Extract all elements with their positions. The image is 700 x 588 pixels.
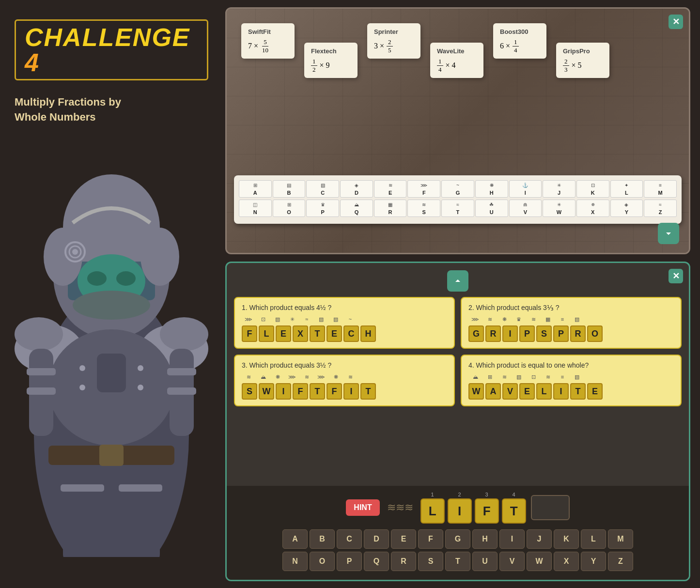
key-a[interactable]: A <box>282 529 308 549</box>
svg-point-9 <box>140 228 179 286</box>
sym-f[interactable]: ⋙F <box>407 180 440 198</box>
product-card-boost300: Boost300 6 × 14 <box>493 23 546 59</box>
key-c[interactable]: C <box>337 529 362 549</box>
product-card-gripspro: GripsPro 23 × 5 <box>556 43 609 78</box>
scroll-up-button[interactable] <box>447 270 468 292</box>
svg-rect-34 <box>61 484 104 492</box>
sym-i[interactable]: ⚓I <box>509 180 542 198</box>
sym-n[interactable]: ◫N <box>239 200 272 217</box>
sym-x[interactable]: ✵X <box>576 200 609 217</box>
sym-s[interactable]: ≋S <box>407 200 440 217</box>
key-j[interactable]: J <box>527 529 552 549</box>
sym-a[interactable]: ⊞A <box>239 180 272 198</box>
word-letter-3: 3 F <box>475 492 499 524</box>
key-v[interactable]: V <box>499 552 525 571</box>
hint-button[interactable]: HINT <box>346 499 379 516</box>
question-4-answer: WAVELITE <box>468 383 674 400</box>
svg-point-23 <box>138 385 143 390</box>
sym-k[interactable]: ⊡K <box>576 180 609 198</box>
sym-u[interactable]: ☘U <box>475 200 508 217</box>
question-2-text: 2. Which product equals 3⅓ ? <box>468 304 674 311</box>
svg-rect-31 <box>99 445 124 466</box>
svg-rect-26 <box>27 368 56 375</box>
key-n[interactable]: N <box>282 552 308 571</box>
sym-e[interactable]: ≋E <box>374 180 407 198</box>
question-1-symbols: ⋙⊡▧✳≈▧▧~ <box>242 316 447 323</box>
svg-point-12 <box>72 249 78 255</box>
key-e[interactable]: E <box>391 529 416 549</box>
svg-rect-35 <box>119 484 162 492</box>
question-1-card: 1. Which product equals 4½ ? ⋙⊡▧✳≈▧▧~ FL… <box>234 297 455 349</box>
key-t[interactable]: T <box>445 552 470 571</box>
key-m[interactable]: M <box>608 529 633 549</box>
sym-c[interactable]: ▧C <box>306 180 339 198</box>
symbol-row-1: ⊞A ▤B ▧C ◈D ≋E ⋙F ~G ❋H ⚓I ✳J ⊡K ✦L ≡M <box>239 180 677 198</box>
warrior-illustration <box>0 97 223 581</box>
word-letter-4: 4 T <box>502 492 526 524</box>
key-h[interactable]: H <box>472 529 498 549</box>
svg-point-7 <box>116 271 136 286</box>
word-input-row: HINT ≋≋≋ 1 L 2 I 3 F <box>234 492 682 524</box>
question-3-answer: SWIFTFIT <box>242 383 447 400</box>
keyboard-bottom-row1: A B C D E F G H I J K L M <box>234 529 682 549</box>
sym-y[interactable]: ◈Y <box>610 200 643 217</box>
key-l[interactable]: L <box>581 529 606 549</box>
svg-rect-27 <box>27 387 56 395</box>
key-u[interactable]: U <box>472 552 498 571</box>
svg-rect-36 <box>0 557 223 581</box>
svg-rect-33 <box>121 465 160 562</box>
key-f[interactable]: F <box>418 529 443 549</box>
scroll-down-button[interactable] <box>658 223 679 244</box>
svg-point-6 <box>87 271 107 286</box>
key-p[interactable]: P <box>337 552 362 571</box>
key-y[interactable]: Y <box>581 552 606 571</box>
sym-b[interactable]: ▤B <box>273 180 306 198</box>
question-3-card: 3. Which product equals 3½ ? ≋⛰❋⋙≋⋙❋≋ SW… <box>234 355 455 406</box>
question-3-text: 3. Which product equals 3½ ? <box>242 361 447 369</box>
sym-t[interactable]: ≈T <box>441 200 474 217</box>
key-x[interactable]: X <box>554 552 579 571</box>
sym-z[interactable]: ≈Z <box>644 200 677 217</box>
key-q[interactable]: Q <box>364 552 389 571</box>
empty-input-slots <box>531 495 570 520</box>
key-z[interactable]: Z <box>608 552 633 571</box>
keyboard-bottom-row2: N O P Q R S T U V W X Y Z <box>234 552 682 571</box>
sym-h[interactable]: ❋H <box>475 180 508 198</box>
key-i[interactable]: I <box>499 529 525 549</box>
top-close-button[interactable]: ✕ <box>669 15 683 29</box>
sym-w[interactable]: ✳W <box>543 200 576 217</box>
sym-o[interactable]: ⊞O <box>273 200 306 217</box>
bottom-close-button[interactable]: ✕ <box>669 269 683 283</box>
question-2-card: 2. Which product equals 3⅓ ? ⋙≋❋♛≋▦≡▧ GR… <box>461 297 682 349</box>
key-r[interactable]: R <box>391 552 416 571</box>
symbol-keyboard-top: ⊞A ▤B ▧C ◈D ≋E ⋙F ~G ❋H ⚓I ✳J ⊡K ✦L ≡M ◫… <box>234 175 682 224</box>
key-g[interactable]: G <box>445 529 470 549</box>
sym-r[interactable]: ▦R <box>374 200 407 217</box>
bottom-keyboard-area: HINT ≋≋≋ 1 L 2 I 3 F <box>227 486 689 580</box>
sym-d[interactable]: ◈D <box>340 180 373 198</box>
key-b[interactable]: B <box>310 529 335 549</box>
sym-q[interactable]: ⛰Q <box>340 200 373 217</box>
key-s[interactable]: S <box>418 552 443 571</box>
svg-rect-32 <box>63 465 102 562</box>
key-k[interactable]: K <box>554 529 579 549</box>
question-4-symbols: ⛰⊞≋▧⊡≋≡▧ <box>468 374 674 380</box>
top-game-panel: ✕ SwiftFit 7 × 510 Flextech 12 × 9 Sprin… <box>225 7 690 254</box>
product-card-flextech: Flextech 12 × 9 <box>304 43 358 78</box>
sym-l[interactable]: ✦L <box>610 180 643 198</box>
sym-v[interactable]: ⋒V <box>509 200 542 217</box>
sym-m[interactable]: ≡M <box>644 180 677 198</box>
sym-p[interactable]: ♛P <box>306 200 339 217</box>
product-card-swiftfit: SwiftFit 7 × 510 <box>241 23 295 59</box>
svg-point-21 <box>138 365 143 371</box>
bottom-game-panel: ✕ 1. Which product equals 4½ ? ⋙⊡▧✳≈▧▧~ … <box>225 262 690 581</box>
left-panel: CHALLENGE 4 Multiply Fractions by Whole … <box>0 0 223 588</box>
key-d[interactable]: D <box>364 529 389 549</box>
svg-point-22 <box>79 385 85 390</box>
key-o[interactable]: O <box>310 552 335 571</box>
key-w[interactable]: W <box>527 552 552 571</box>
word-letters-row: 1 L 2 I 3 F 4 T <box>420 492 526 524</box>
sym-g[interactable]: ~G <box>441 180 474 198</box>
word-letter-1: 1 L <box>420 492 445 524</box>
sym-j[interactable]: ✳J <box>543 180 576 198</box>
